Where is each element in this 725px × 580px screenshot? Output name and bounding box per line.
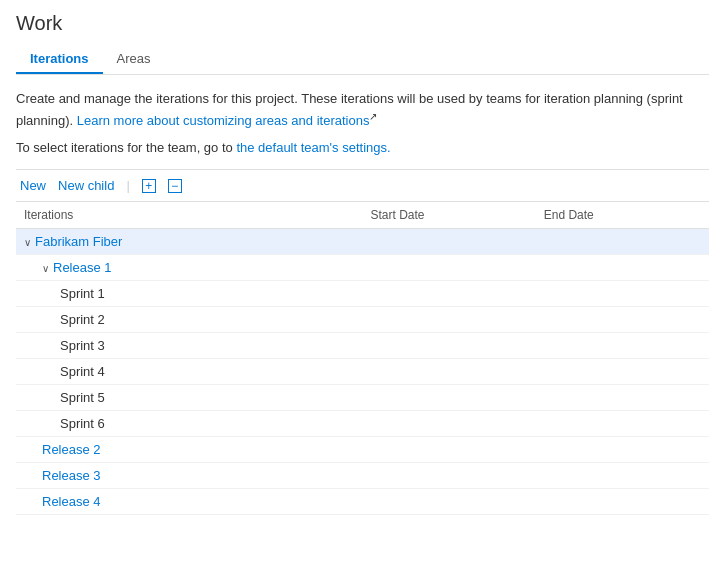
table-header-row: Iterations Start Date End Date [16,202,709,229]
expand-all-button[interactable]: + [138,177,160,195]
iteration-name: Sprint 3 [60,338,105,353]
iteration-link[interactable]: Release 2 [42,442,101,457]
table-row[interactable]: ∨ Fabrikam Fiber [16,229,709,255]
new-child-button[interactable]: New child [54,176,118,195]
iteration-link[interactable]: Release 4 [42,494,101,509]
table-row[interactable]: Sprint 2 [16,307,709,333]
learn-more-link[interactable]: Learn more about customizing areas and i… [77,113,370,128]
start-date-cell [363,359,536,385]
iteration-label-cell: ∨ Fabrikam Fiber [16,229,363,255]
start-date-cell [363,489,536,515]
iteration-name: Sprint 6 [60,416,105,431]
collapse-all-button[interactable]: − [164,177,186,195]
toolbar-separator: | [126,178,129,193]
end-date-cell [536,229,709,255]
expand-collapse-icon[interactable]: ∨ [24,237,31,248]
table-row[interactable]: ∨ Release 1 [16,255,709,281]
team-settings-link[interactable]: the default team's settings. [236,140,390,155]
start-date-cell [363,255,536,281]
end-date-cell [536,463,709,489]
page-title: Work [16,12,709,35]
table-row[interactable]: Sprint 4 [16,359,709,385]
col-iterations: Iterations [16,202,363,229]
end-date-cell [536,411,709,437]
iteration-label-cell: Sprint 4 [16,359,363,385]
table-row[interactable]: Release 2 [16,437,709,463]
col-start-date: Start Date [363,202,536,229]
expand-collapse-icon[interactable]: ∨ [42,263,49,274]
start-date-cell [363,333,536,359]
table-row[interactable]: Sprint 5 [16,385,709,411]
start-date-cell [363,463,536,489]
end-date-cell [536,489,709,515]
col-end-date: End Date [536,202,709,229]
tab-iterations[interactable]: Iterations [16,45,103,74]
team-link-prefix: To select iterations for the team, go to [16,140,236,155]
start-date-cell [363,307,536,333]
iteration-link[interactable]: Fabrikam Fiber [35,234,122,249]
table-row[interactable]: Sprint 1 [16,281,709,307]
iteration-label-cell: Release 4 [16,489,363,515]
toolbar: New New child | + − [16,169,709,202]
iteration-label-cell: Sprint 5 [16,385,363,411]
start-date-cell [363,385,536,411]
iteration-label-cell: Sprint 6 [16,411,363,437]
iteration-label-cell: ∨ Release 1 [16,255,363,281]
end-date-cell [536,359,709,385]
iteration-label-cell: Sprint 3 [16,333,363,359]
tabs-bar: Iterations Areas [16,45,709,75]
iteration-name: Sprint 5 [60,390,105,405]
iteration-name: Sprint 4 [60,364,105,379]
collapse-all-icon: − [168,179,182,193]
iteration-link[interactable]: Release 1 [53,260,112,275]
new-button[interactable]: New [16,176,50,195]
table-row[interactable]: Sprint 3 [16,333,709,359]
iteration-label-cell: Sprint 2 [16,307,363,333]
table-row[interactable]: Release 4 [16,489,709,515]
iterations-table: Iterations Start Date End Date ∨ Fabrika… [16,202,709,515]
external-link-icon: ↗ [369,111,377,122]
start-date-cell [363,281,536,307]
expand-all-icon: + [142,179,156,193]
end-date-cell [536,307,709,333]
iteration-label-cell: Release 2 [16,437,363,463]
description-text: Create and manage the iterations for thi… [16,89,709,130]
end-date-cell [536,281,709,307]
iteration-label-cell: Release 3 [16,463,363,489]
team-link-row: To select iterations for the team, go to… [16,140,709,155]
end-date-cell [536,437,709,463]
table-row[interactable]: Sprint 6 [16,411,709,437]
table-row[interactable]: Release 3 [16,463,709,489]
start-date-cell [363,229,536,255]
start-date-cell [363,411,536,437]
page-container: Work Iterations Areas Create and manage … [0,0,725,527]
start-date-cell [363,437,536,463]
end-date-cell [536,333,709,359]
tab-areas[interactable]: Areas [103,45,165,74]
iteration-link[interactable]: Release 3 [42,468,101,483]
iteration-label-cell: Sprint 1 [16,281,363,307]
end-date-cell [536,255,709,281]
end-date-cell [536,385,709,411]
iteration-name: Sprint 2 [60,312,105,327]
iteration-name: Sprint 1 [60,286,105,301]
